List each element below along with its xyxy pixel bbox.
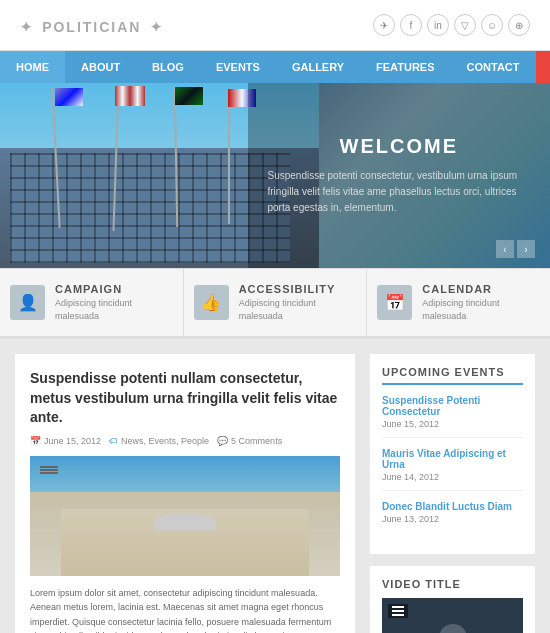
hero-section: WELCOME Suspendisse potenti consectetur,… <box>0 83 550 268</box>
calendar-icon: 📅 <box>377 285 412 320</box>
feature-calendar: 📅 CALENDAR Adipiscing tincidunt malesuad… <box>367 269 550 336</box>
post-content: Suspendisse potenti nullam consectetur, … <box>15 354 355 633</box>
social-icon-rss[interactable]: ✈ <box>373 14 395 36</box>
calendar-info: CALENDAR Adipiscing tincidunt malesuada <box>422 283 540 322</box>
video-section: VIDEO TITLE ▶ Potenti Nullam Consectetur… <box>370 566 535 633</box>
navigation: HOME ABOUT BLOG EVENTS GALLERY FEATURES … <box>0 51 550 83</box>
nav-blog[interactable]: BLOG <box>136 51 200 83</box>
social-icons-bar: ✈ f in ▽ ☺ ⊕ <box>373 14 530 36</box>
social-icon-linkedin[interactable]: in <box>427 14 449 36</box>
post-categories: 🏷 News, Events, People <box>109 436 209 446</box>
campaign-title: CAMPAIGN <box>55 283 173 295</box>
hero-prev-button[interactable]: ‹ <box>496 240 514 258</box>
calendar-meta-icon: 📅 <box>30 436 41 446</box>
hero-text: Suspendisse potenti consectetur, vestibu… <box>268 168 531 216</box>
nav-events[interactable]: EVENTS <box>200 51 276 83</box>
campaign-icon: 👤 <box>10 285 45 320</box>
logo-star-left: ✦ <box>20 19 34 35</box>
social-icon-facebook[interactable]: f <box>400 14 422 36</box>
comment-icon: 💬 <box>217 436 228 446</box>
features-row: 👤 CAMPAIGN Adipiscing tincidunt malesuad… <box>0 268 550 339</box>
logo-star-right: ✦ <box>150 19 164 35</box>
social-icon-user[interactable]: ☺ <box>481 14 503 36</box>
campaign-info: CAMPAIGN Adipiscing tincidunt malesuada <box>55 283 173 322</box>
tag-icon: 🏷 <box>109 436 118 446</box>
campaign-desc: Adipiscing tincidunt malesuada <box>55 297 173 322</box>
post-title: Suspendisse potenti nullam consectetur, … <box>30 369 340 428</box>
event-link-2[interactable]: Mauris Vitae Adipiscing et Urna <box>382 448 523 470</box>
event-link-3[interactable]: Donec Blandit Luctus Diam <box>382 501 523 512</box>
nav-features[interactable]: FEATURES <box>360 51 450 83</box>
post-image <box>30 456 340 576</box>
event-link-1[interactable]: Suspendisse Potenti Consectetur <box>382 395 523 417</box>
sidebar: UPCOMING EVENTS Suspendisse Potenti Cons… <box>370 354 535 633</box>
post-body: Lorem ipsum dolor sit amet, consectetur … <box>30 586 340 633</box>
video-play-button[interactable]: ▶ <box>439 624 467 633</box>
logo-text: POLITICIAN <box>42 19 141 35</box>
event-item-3: Donec Blandit Luctus Diam June 13, 2012 <box>382 501 523 532</box>
calendar-title: CALENDAR <box>422 283 540 295</box>
accessibility-icon: 👍 <box>194 285 229 320</box>
event-date-1: June 15, 2012 <box>382 419 523 429</box>
flag-2 <box>115 86 145 106</box>
upcoming-events-section: UPCOMING EVENTS Suspendisse Potenti Cons… <box>370 354 535 554</box>
upcoming-events-title: UPCOMING EVENTS <box>382 366 523 385</box>
nav-home[interactable]: HOME <box>0 51 65 83</box>
flag-1 <box>55 88 83 106</box>
video-menu-icon <box>388 604 408 618</box>
accessibility-title: ACCESSIBILITY <box>239 283 357 295</box>
post-meta: 📅 June 15, 2012 🏷 News, Events, People 💬… <box>30 436 340 446</box>
video-thumbnail[interactable]: ▶ <box>382 598 523 633</box>
hero-title: WELCOME <box>268 135 531 158</box>
post-image-building <box>30 492 340 576</box>
accessibility-info: ACCESSIBILITY Adipiscing tincidunt males… <box>239 283 357 322</box>
social-icon-vimeo[interactable]: ▽ <box>454 14 476 36</box>
event-item-1: Suspendisse Potenti Consectetur June 15,… <box>382 395 523 438</box>
site-logo: ✦ POLITICIAN ✦ <box>20 12 164 38</box>
social-icon-feed[interactable]: ⊕ <box>508 14 530 36</box>
video-section-title: VIDEO TITLE <box>382 578 523 590</box>
nav-contact[interactable]: CONTACT <box>451 51 536 83</box>
hero-background: WELCOME Suspendisse potenti consectetur,… <box>0 83 550 268</box>
header: ✦ POLITICIAN ✦ ✈ f in ▽ ☺ ⊕ <box>0 0 550 51</box>
event-item-2: Mauris Vitae Adipiscing et Urna June 14,… <box>382 448 523 491</box>
post-comments: 💬 5 Comments <box>217 436 282 446</box>
nav-about[interactable]: ABOUT <box>65 51 136 83</box>
flag-3 <box>175 87 203 105</box>
post-comments-text: 5 Comments <box>231 436 282 446</box>
nav-gallery[interactable]: GALLERY <box>276 51 360 83</box>
event-date-3: June 13, 2012 <box>382 514 523 524</box>
feature-accessibility: 👍 ACCESSIBILITY Adipiscing tincidunt mal… <box>184 269 368 336</box>
hero-navigation: ‹ › <box>496 240 535 258</box>
post-date: 📅 June 15, 2012 <box>30 436 101 446</box>
image-lines-icon <box>40 466 58 468</box>
post-categories-text: News, Events, People <box>121 436 209 446</box>
donate-button[interactable]: DONATE <box>536 51 551 83</box>
post-date-text: June 15, 2012 <box>44 436 101 446</box>
event-date-2: June 14, 2012 <box>382 472 523 482</box>
hero-next-button[interactable]: › <box>517 240 535 258</box>
calendar-desc: Adipiscing tincidunt malesuada <box>422 297 540 322</box>
main-content: Suspendisse potenti nullam consectetur, … <box>0 339 550 633</box>
feature-campaign: 👤 CAMPAIGN Adipiscing tincidunt malesuad… <box>0 269 184 336</box>
flagpole-4 <box>228 89 230 224</box>
accessibility-desc: Adipiscing tincidunt malesuada <box>239 297 357 322</box>
